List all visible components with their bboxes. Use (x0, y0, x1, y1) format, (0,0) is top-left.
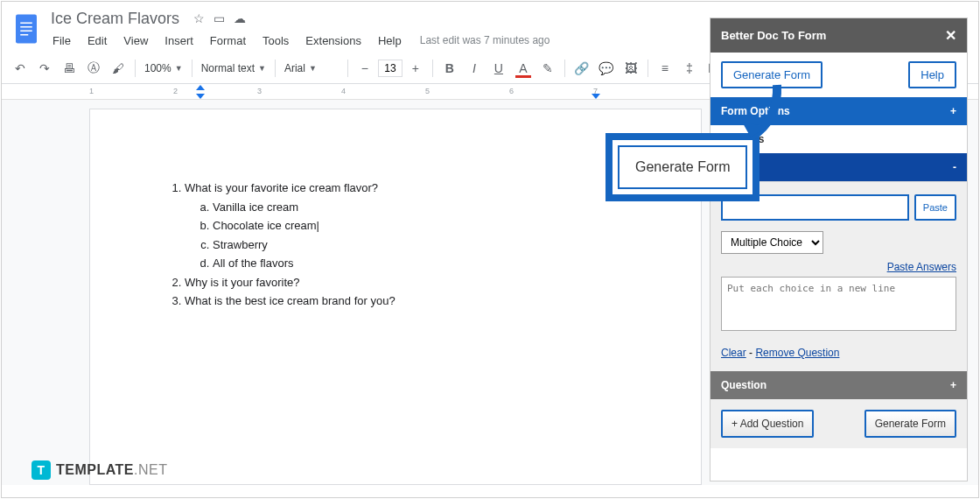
last-edit-text[interactable]: Last edit was 7 minutes ago (420, 34, 550, 46)
question-1[interactable]: What is your favorite ice cream flavor? … (185, 179, 622, 272)
option-a[interactable]: Vanilla ice cream (213, 199, 622, 216)
increase-font-icon[interactable]: + (404, 57, 427, 80)
line-spacing-icon[interactable]: ‡ (678, 57, 701, 80)
option-b[interactable]: Chocolate ice cream (213, 217, 622, 235)
plus-icon: + (950, 105, 956, 117)
insert-image-icon[interactable]: 🖼 (620, 57, 642, 80)
question-3[interactable]: What is the best ice cream brand for you… (185, 292, 622, 310)
zoom-select[interactable]: 100%▼ (141, 58, 186, 79)
spellcheck-icon[interactable]: Ⓐ (82, 57, 105, 80)
indent-marker-bottom-icon[interactable] (196, 94, 205, 99)
insert-link-icon[interactable]: 🔗 (570, 57, 593, 80)
ruler-tick: 1 (89, 87, 94, 95)
text-color-icon[interactable]: A (512, 57, 535, 80)
paste-answers-link[interactable]: Paste Answers (721, 261, 956, 273)
print-icon[interactable]: 🖶 (58, 57, 80, 80)
underline-icon[interactable]: U (487, 57, 510, 80)
italic-icon[interactable]: I (463, 57, 486, 80)
menu-extensions[interactable]: Extensions (298, 32, 368, 50)
addon-title: Better Doc To Form (721, 29, 826, 42)
question-body: Paste Multiple Choice Paste Answers Clea… (710, 181, 967, 371)
svg-rect-3 (20, 31, 32, 32)
insert-comment-icon[interactable]: 💬 (595, 57, 618, 80)
document-title[interactable]: Ice Cream Flavors (46, 9, 185, 29)
menu-format[interactable]: Format (203, 32, 253, 50)
ruler-tick: 7 (593, 87, 598, 95)
bottom-generate-form-button[interactable]: Generate Form (864, 410, 956, 438)
watermark: T TEMPLATE.NET (32, 460, 167, 480)
minus-icon: - (953, 161, 956, 173)
font-size-input[interactable] (378, 60, 402, 77)
paste-button[interactable]: Paste (914, 194, 956, 221)
menu-insert[interactable]: Insert (158, 32, 200, 50)
svg-rect-0 (16, 15, 37, 44)
decrease-font-icon[interactable]: − (354, 57, 376, 80)
remove-question-link[interactable]: Remove Question (755, 347, 839, 359)
redo-icon[interactable]: ↷ (33, 57, 56, 80)
help-button[interactable]: Help (908, 61, 956, 88)
menu-tools[interactable]: Tools (256, 32, 296, 50)
menu-view[interactable]: View (116, 32, 155, 50)
star-icon[interactable]: ☆ (193, 11, 205, 25)
ruler-tick: 3 (257, 87, 262, 95)
addon-header: Better Doc To Form ✕ (710, 18, 967, 53)
option-d[interactable]: All of the flavors (213, 255, 622, 272)
question-type-select[interactable]: Multiple Choice (721, 231, 823, 254)
clear-link[interactable]: Clear (721, 347, 746, 359)
menu-edit[interactable]: Edit (80, 32, 114, 50)
font-select[interactable]: Arial▼ (281, 58, 342, 79)
indent-marker-top-icon[interactable] (196, 85, 205, 90)
align-icon[interactable]: ≡ (654, 57, 676, 80)
bold-icon[interactable]: B (438, 57, 461, 80)
question-2[interactable]: Why is it your favorite? (185, 274, 622, 292)
choices-textarea[interactable] (721, 277, 956, 331)
ruler-tick: 5 (425, 87, 430, 95)
undo-icon[interactable]: ↶ (9, 57, 32, 80)
template-logo-icon: T (32, 460, 51, 480)
cloud-saved-icon[interactable]: ☁ (234, 11, 246, 25)
svg-rect-1 (20, 23, 32, 25)
callout-overlay: Generate Form (606, 133, 760, 201)
menu-file[interactable]: File (46, 32, 78, 50)
paint-format-icon[interactable]: 🖌 (107, 57, 130, 80)
menu-help[interactable]: Help (371, 32, 409, 50)
plus-icon: + (950, 379, 956, 391)
svg-rect-4 (20, 34, 28, 36)
docs-logo-icon[interactable] (10, 9, 42, 49)
close-icon[interactable]: ✕ (945, 27, 956, 44)
highlight-icon[interactable]: ✎ (536, 57, 559, 80)
option-c[interactable]: Strawberry (213, 236, 622, 254)
callout-arrow-icon (698, 76, 786, 155)
add-question-button[interactable]: + Add Question (721, 410, 814, 438)
move-folder-icon[interactable]: ▭ (214, 11, 225, 25)
ruler-tick: 6 (509, 87, 514, 95)
svg-rect-2 (20, 26, 32, 28)
ruler-tick: 4 (341, 87, 346, 95)
style-select[interactable]: Normal text▼ (198, 58, 270, 79)
question-footer-header[interactable]: Question+ (710, 371, 967, 399)
ruler-tick: 2 (173, 87, 178, 95)
